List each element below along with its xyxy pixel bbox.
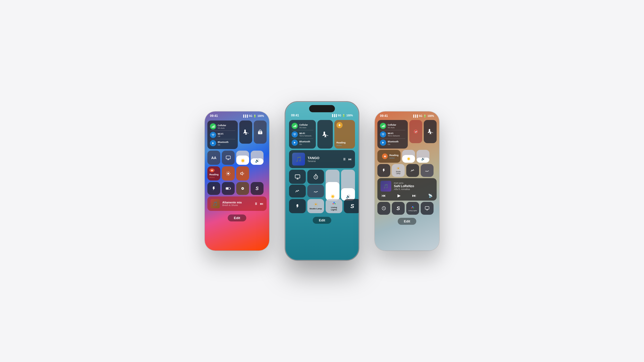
aa-label-left: AA (211, 156, 216, 160)
airplane-tile-left[interactable] (239, 120, 252, 144)
music-center[interactable]: 🎵 TANGO Tananai ⏸ ⏭ (289, 150, 355, 168)
battery-icon-left: 🔋 (253, 115, 256, 117)
brightness-slider-center[interactable]: ☀️ (326, 170, 340, 201)
shazam-center[interactable]: S (344, 199, 359, 213)
row1-left: Cellular 5G Auto Wi-Fi Off (207, 120, 267, 149)
play-right[interactable]: ▶ (397, 193, 401, 198)
studio-lamp-right-label: Studio Lamp (394, 171, 403, 174)
recents-right[interactable] (377, 202, 390, 215)
record-tile-left[interactable] (236, 182, 249, 195)
music-artist-right: Alfa ft. Annalisa (394, 188, 434, 191)
pause-left[interactable]: ⏸ (254, 202, 258, 206)
svg-point-34 (412, 206, 413, 207)
airplay-right[interactable]: 📡 (428, 194, 433, 198)
music-controls-row-right[interactable]: ⏮ ▶ ⏭ 📡 (380, 193, 434, 198)
screen-mirror-right[interactable] (421, 202, 434, 215)
music-genre-right: POP HITS (394, 182, 434, 184)
row4-left: S (207, 182, 267, 195)
connectivity-right: Cellular 5G Auto Wi-Fi Tim's Network (377, 120, 408, 149)
battery-pct-right: 100% (427, 115, 434, 117)
svg-rect-2 (213, 126, 214, 128)
music-title-right: SaN LoReNzo (394, 184, 434, 188)
airplane-right[interactable] (424, 120, 437, 143)
pause-center[interactable]: ⏸ (343, 157, 346, 161)
svg-rect-26 (383, 126, 383, 127)
flashlight-center[interactable] (289, 199, 306, 213)
music-art-left: 🎵 (210, 199, 220, 208)
music-controls-left[interactable]: ⏸ ⏭ (254, 202, 264, 206)
edit-btn-center[interactable]: Edit (313, 217, 332, 224)
battery-tile-left[interactable] (222, 182, 235, 195)
reading-icon-center (336, 122, 343, 128)
bt-label-left: Bluetooth (218, 141, 228, 144)
row1-center: Cellular 5G Auto Wi-Fi Tim's Network (289, 120, 355, 149)
volume-slider-center[interactable]: 🔊 (341, 170, 355, 201)
cellular-row-left[interactable]: Cellular 5G Auto (210, 123, 235, 130)
rotation-lock-right[interactable] (409, 120, 422, 143)
svg-point-23 (333, 203, 334, 204)
brightness-tile-left[interactable] (222, 166, 235, 180)
cc-center: Cellular 5G Auto Wi-Fi Tim's Network (285, 118, 359, 215)
prev-right[interactable]: ⏮ (382, 193, 386, 198)
timer-center[interactable] (307, 170, 324, 184)
shazam-icon-left: S (256, 186, 259, 191)
sound-rec-right[interactable] (406, 164, 419, 177)
wifi-row-left[interactable]: Wi-Fi Off (210, 131, 235, 139)
music-art-right: 🎵 (380, 181, 391, 192)
flashlight-right[interactable] (377, 164, 390, 177)
reading-tile-left[interactable]: Reading Active (207, 166, 220, 180)
shazam-right[interactable]: S (392, 202, 405, 215)
svg-rect-3 (214, 125, 215, 128)
bt-row-left[interactable]: Bluetooth On (210, 139, 235, 147)
sound-rec-center[interactable] (289, 185, 306, 197)
reading-tile-right[interactable]: Reading Active (377, 150, 401, 163)
svg-rect-10 (226, 188, 228, 189)
cellular-icon-center (292, 123, 298, 129)
row3-left: Reading Active (207, 166, 267, 180)
network-left: 5G (249, 115, 252, 117)
music-info-right: POP HITS SaN LoReNzo Alfa ft. Annalisa (394, 182, 434, 191)
music-left[interactable]: 🎵 Altamente mia Bresh & Shune ⏸ ⏭ (207, 196, 267, 211)
status-icons-center: ▐▐▐ 5G 🔋 100% (331, 114, 353, 117)
dynamic-island (309, 105, 335, 112)
ffwd-right[interactable]: ⏭ (412, 193, 416, 198)
brightness-slider-left[interactable]: ☀️ (236, 151, 249, 165)
battery-center: 🔋 (342, 114, 345, 117)
phone-right: 09:41 ▐▐▐ 5G 🔋 100% Cellular (375, 111, 439, 251)
living-lights-center[interactable]: Living Lights (326, 199, 342, 213)
music-title-left: Altamente mia (222, 201, 252, 204)
bt-sub-left: On (218, 144, 228, 146)
reading-label-left: Reading (209, 173, 218, 176)
signature-center[interactable] (307, 185, 324, 197)
airplane-center[interactable] (317, 120, 333, 149)
edit-btn-left[interactable]: Edit (228, 214, 247, 221)
svg-point-21 (315, 203, 317, 205)
studio-lamp-right[interactable]: Studio Lamp (392, 164, 405, 177)
shazam-left[interactable]: S (251, 182, 264, 195)
volume-tile-left[interactable] (236, 166, 249, 180)
music-right[interactable]: 🎵 POP HITS SaN LoReNzo Alfa ft. Annalisa… (377, 178, 437, 201)
screen-mirror-left[interactable] (222, 151, 235, 165)
svg-point-35 (411, 207, 412, 208)
reading-tile-center[interactable]: Reading Active (334, 120, 355, 149)
brightness-slider-right[interactable]: ☀️ (402, 150, 415, 163)
svg-point-7 (227, 173, 229, 174)
flashlight-left[interactable] (207, 182, 220, 195)
signature-right[interactable] (421, 164, 434, 177)
rotation-lock-left[interactable] (254, 120, 267, 144)
music-info-center: TANGO Tananai (308, 156, 340, 162)
svg-point-4 (213, 136, 213, 136)
music-controls-center[interactable]: ⏸ ⏭ (343, 157, 352, 161)
studio-lamp-label-center: Studio Lamp (309, 208, 322, 210)
living-lights-right[interactable]: Living Lights (406, 202, 419, 215)
edit-btn-right[interactable]: Edit (398, 218, 417, 225)
volume-slider-left[interactable]: 🔊 (251, 151, 264, 165)
time-center: 09:41 (291, 114, 299, 117)
screen-mirror-center[interactable] (289, 170, 306, 184)
next-center[interactable]: ⏭ (348, 157, 352, 161)
next-left[interactable]: ⏭ (260, 202, 264, 206)
text-size-tile-left[interactable]: AA (207, 151, 220, 165)
studio-lamp-center[interactable]: Studio Lamp (307, 199, 324, 213)
volume-slider-right[interactable]: 🔊 (417, 150, 429, 163)
cellular-label-left: Cellular (218, 124, 226, 127)
